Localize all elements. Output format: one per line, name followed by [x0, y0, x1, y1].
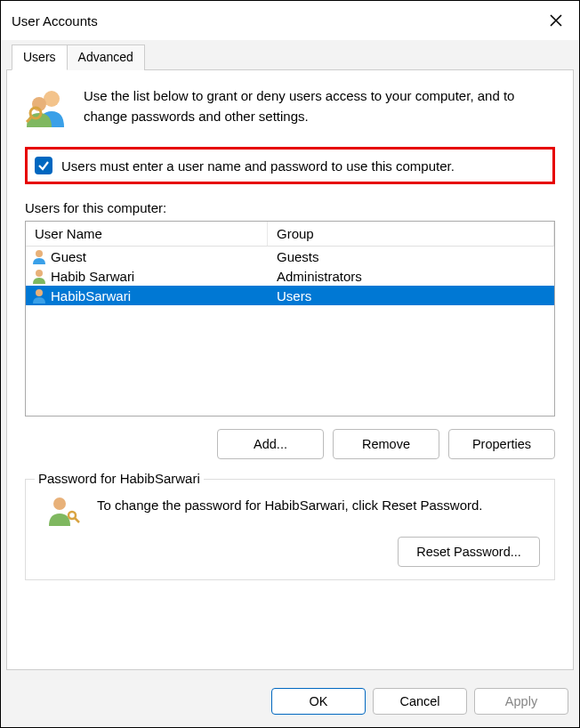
close-icon: [549, 13, 563, 28]
cell-group: Guests: [268, 249, 554, 264]
tab-strip: Users Advanced: [6, 44, 574, 69]
svg-point-7: [53, 497, 66, 510]
password-row: To change the password for HabibSarwari,…: [40, 496, 540, 526]
svg-point-4: [36, 250, 43, 257]
users-icon: [25, 86, 68, 129]
user-icon: [31, 287, 47, 303]
apply-button: Apply: [474, 688, 568, 715]
list-item[interactable]: Guest Guests: [26, 247, 554, 266]
svg-line-9: [75, 518, 79, 522]
highlighted-checkbox-area: Users must enter a user name and passwor…: [25, 147, 555, 184]
cancel-button[interactable]: Cancel: [373, 688, 467, 715]
window-title: User Accounts: [12, 13, 98, 28]
checkmark-icon: [37, 159, 50, 172]
users-must-enter-checkbox[interactable]: [35, 157, 52, 174]
column-group[interactable]: Group: [268, 222, 554, 246]
reset-password-button[interactable]: Reset Password...: [398, 537, 540, 567]
cell-group: Administrators: [268, 269, 554, 284]
svg-point-8: [68, 512, 76, 519]
groupbox-title: Password for HabibSarwari: [35, 471, 204, 486]
list-item[interactable]: HabibSarwari Users: [26, 286, 554, 305]
ok-button[interactable]: OK: [271, 688, 366, 715]
list-item[interactable]: Habib Sarwari Administrators: [26, 266, 554, 286]
content-area: Users Advanced Use the list below to gra…: [1, 40, 579, 675]
remove-button[interactable]: Remove: [333, 429, 439, 459]
users-for-label: Users for this computer:: [25, 200, 555, 215]
svg-point-5: [36, 270, 43, 277]
checkbox-label: Users must enter a user name and passwor…: [61, 158, 455, 174]
cell-username: Habib Sarwari: [51, 269, 268, 284]
cell-username: Guest: [51, 249, 268, 264]
list-header: User Name Group: [26, 222, 554, 247]
tab-users[interactable]: Users: [12, 44, 68, 70]
add-button[interactable]: Add...: [217, 429, 324, 459]
password-button-row: Reset Password...: [40, 537, 540, 567]
password-groupbox: Password for HabibSarwari To change the …: [25, 479, 555, 580]
user-key-icon: [45, 496, 81, 526]
tab-advanced[interactable]: Advanced: [68, 44, 145, 70]
user-icon: [31, 248, 47, 264]
intro-text: Use the list below to grant or deny user…: [84, 86, 555, 126]
intro-section: Use the list below to grant or deny user…: [25, 86, 555, 129]
title-bar: User Accounts: [1, 1, 579, 40]
svg-point-6: [36, 289, 43, 296]
cell-group: Users: [268, 288, 554, 303]
dialog-footer: OK Cancel Apply: [1, 675, 579, 727]
cell-username: HabibSarwari: [51, 288, 268, 303]
user-icon: [31, 268, 47, 284]
close-button[interactable]: [544, 8, 568, 33]
properties-button[interactable]: Properties: [448, 429, 555, 459]
user-buttons-row: Add... Remove Properties: [25, 429, 555, 459]
tab-pane: Use the list below to grant or deny user…: [6, 69, 574, 670]
user-list[interactable]: User Name Group Guest Guests Habib Sarwa…: [25, 221, 555, 417]
password-text: To change the password for HabibSarwari,…: [97, 496, 483, 516]
column-username[interactable]: User Name: [26, 222, 268, 246]
